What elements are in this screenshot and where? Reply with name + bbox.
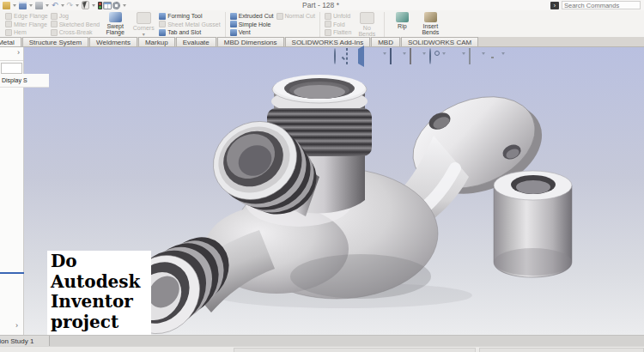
ribbon-button-extruded-cut[interactable]: Extruded Cut [230, 12, 274, 21]
ribbon-button-flatten[interactable]: Flatten [325, 28, 351, 37]
motion-study-tab-bar: Motion Study 1 [0, 335, 644, 346]
window-title: Part - 128 * [302, 1, 339, 9]
display-style-icon[interactable] [410, 49, 419, 58]
save-icon[interactable] [19, 2, 27, 9]
view-orientation-caret[interactable] [403, 52, 406, 55]
flatten-icon [325, 29, 331, 36]
print-icon[interactable] [35, 2, 43, 9]
unfold-icon [325, 13, 331, 20]
hide-show-caret[interactable] [442, 52, 446, 55]
open-icon[interactable] [3, 2, 10, 9]
overlay-line: Autodesk [51, 272, 151, 293]
ribbon-command-area: Edge Flange Miter Flange Hem Jog Sketche… [0, 10, 644, 37]
select-cursor-icon [82, 1, 88, 9]
display-states-pane: Display S [0, 74, 49, 88]
ribbon-button-jog[interactable]: Jog [51, 12, 100, 21]
apply-scene-icon[interactable] [469, 49, 478, 58]
select-dropdown-caret[interactable] [92, 4, 95, 7]
tab-sheet-metal[interactable]: Sheet Metal [0, 37, 21, 47]
tab-mbd[interactable]: MBD [371, 37, 400, 47]
ribbon-button-rip[interactable]: Rip [389, 12, 415, 29]
redo-icon[interactable]: ↷ [67, 2, 74, 9]
view-settings-caret[interactable] [501, 52, 505, 55]
ribbon-divider [319, 12, 320, 37]
ribbon-column-fold: Unfold Fold Flatten [325, 12, 351, 37]
tab-mbd-dimensions[interactable]: MBD Dimensions [217, 37, 284, 47]
redo-dropdown-caret[interactable] [76, 4, 79, 7]
ribbon-button-no-bends[interactable]: No Bends [354, 12, 380, 37]
ribbon-button-normal-cut[interactable]: Normal Cut [276, 12, 315, 21]
undo-dropdown-caret[interactable] [61, 4, 64, 7]
tab-markup[interactable]: Markup [138, 37, 175, 47]
tab-structure-system[interactable]: Structure System [22, 37, 88, 47]
simple-hole-icon [230, 21, 237, 27]
apply-scene-caret[interactable] [482, 52, 485, 55]
options-gear-icon[interactable] [112, 2, 120, 9]
heads-up-toolbar [334, 47, 506, 59]
search-prompt-icon[interactable]: › [550, 2, 559, 9]
vent-icon [230, 29, 237, 36]
ribbon-column-normal-cut: Normal Cut [276, 12, 315, 21]
tab-evaluate[interactable]: Evaluate [176, 37, 216, 47]
display-style-caret[interactable] [422, 52, 426, 55]
options-dropdown-caret[interactable] [123, 4, 126, 7]
swept-flange-icon [109, 12, 122, 22]
graphics-viewport[interactable]: Do Autodesk Inventor project [23, 47, 644, 335]
tab-and-slot-icon [159, 29, 166, 36]
rip-icon [396, 12, 409, 22]
ribbon-button-sketched-bend[interactable]: Sketched Bend [51, 21, 100, 29]
ribbon-button-miter-flange[interactable]: Miter Flange [5, 21, 48, 29]
edit-appearance-caret[interactable] [462, 52, 465, 55]
status-segment [479, 348, 644, 352]
edit-appearance-icon[interactable] [449, 49, 459, 58]
ribbon-button-tab-and-slot[interactable]: Tab and Slot [159, 28, 220, 37]
save-dropdown-caret[interactable] [29, 4, 33, 7]
ribbon-button-hem[interactable]: Hem [5, 28, 48, 37]
ribbon-button-corners[interactable]: Corners [131, 12, 156, 38]
status-bar [0, 346, 644, 352]
normal-cut-icon [276, 13, 283, 20]
ribbon-button-simple-hole[interactable]: Simple Hole [230, 21, 274, 29]
expand-panel-chevron[interactable]: › [17, 49, 20, 57]
zoom-to-fit-icon[interactable] [334, 49, 343, 58]
tab-weldments[interactable]: Weldments [89, 37, 137, 47]
ribbon-button-unfold[interactable]: Unfold [325, 12, 351, 21]
cross-break-icon [51, 29, 58, 36]
section-view-caret[interactable] [383, 52, 386, 55]
rebuild-traffic-light-icon[interactable] [98, 2, 102, 9]
view-orientation-cube-icon[interactable] [390, 49, 399, 58]
ribbon-button-edge-flange[interactable]: Edge Flange [5, 12, 48, 21]
quick-access-toolbar: ↶ ↷ [3, 0, 128, 10]
ribbon-button-cross-break[interactable]: Cross-Break [51, 28, 100, 37]
ribbon-column-flange: Edge Flange Miter Flange Hem [5, 12, 48, 37]
ribbon-button-swept-flange[interactable]: Swept Flange [102, 12, 128, 35]
panel-splitter[interactable] [0, 272, 24, 274]
edge-flange-icon [5, 13, 12, 20]
section-view-icon[interactable] [370, 49, 380, 58]
ribbon-button-vent[interactable]: Vent [230, 28, 274, 37]
ribbon-button-sheet-metal-gusset[interactable]: Sheet Metal Gusset [159, 21, 220, 29]
display-pane-box[interactable] [1, 63, 22, 74]
select-tool-button[interactable] [82, 1, 89, 9]
text-overlay: Do Autodesk Inventor project [47, 251, 151, 335]
zoom-to-area-icon[interactable] [346, 49, 355, 58]
ribbon-button-forming-tool[interactable]: Forming Tool [159, 12, 220, 21]
extruded-cut-icon [230, 13, 237, 20]
ribbon-button-insert-bends[interactable]: Insert Bends [417, 12, 443, 35]
expand-panel-chevron-bottom[interactable]: › [15, 322, 18, 330]
undo-icon[interactable]: ↶ [52, 2, 58, 9]
view-settings-icon[interactable] [489, 49, 498, 58]
file-properties-icon[interactable] [103, 2, 112, 9]
ribbon-button-fold[interactable]: Fold [325, 21, 351, 29]
search-commands-input[interactable] [562, 1, 641, 9]
previous-view-icon[interactable] [358, 49, 368, 58]
status-segment [234, 348, 476, 352]
insert-bends-icon [424, 12, 437, 22]
no-bends-icon [360, 12, 374, 24]
print-dropdown-caret[interactable] [46, 4, 49, 7]
ribbon-column-bend: Jog Sketched Bend Cross-Break [51, 12, 100, 37]
hide-show-items-icon[interactable] [429, 49, 439, 58]
open-dropdown-caret[interactable] [13, 4, 16, 7]
tab-solidworks-cam[interactable]: SOLIDWORKS CAM [401, 37, 478, 47]
search-commands-box: › [550, 1, 641, 9]
